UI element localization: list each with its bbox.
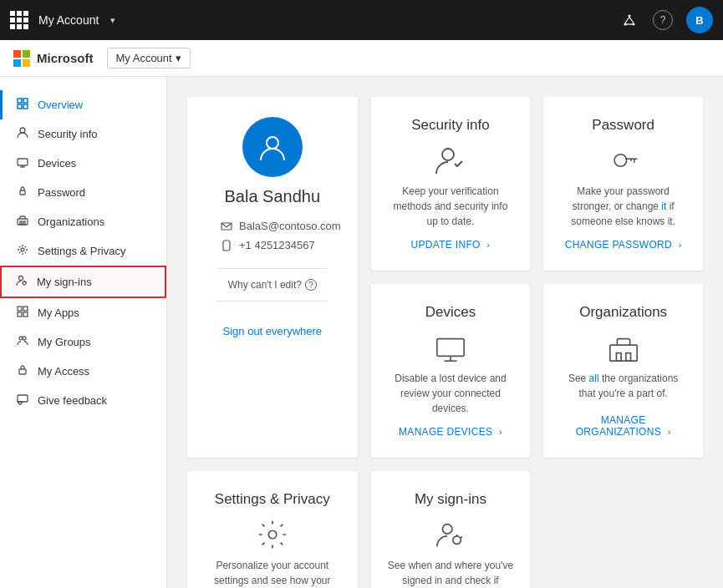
- svg-point-44: [268, 530, 277, 539]
- password-card: Password Make your password stronger, or…: [543, 97, 703, 271]
- waffle-icon[interactable]: [10, 11, 28, 29]
- svg-rect-31: [223, 241, 230, 251]
- svg-line-3: [625, 18, 629, 23]
- svg-point-34: [614, 155, 627, 167]
- give-feedback-icon: [16, 393, 29, 408]
- svg-point-20: [23, 281, 26, 285]
- organizations-card-title: Organizations: [579, 304, 667, 321]
- my-access-icon: [16, 364, 29, 378]
- sidebar-item-my-apps[interactable]: My Apps: [0, 298, 166, 327]
- sidebar-item-organizations[interactable]: Organizations: [0, 207, 166, 236]
- settings-privacy-title: Settings & Privacy: [215, 491, 330, 508]
- svg-rect-8: [18, 104, 22, 109]
- sidebar-item-my-sign-ins[interactable]: My sign-ins: [0, 266, 166, 298]
- topbar-title: My Account: [38, 13, 99, 27]
- sidebar-item-give-feedback[interactable]: Give feedback: [0, 386, 166, 415]
- profile-phone-row: +1 4251234567: [204, 239, 341, 251]
- sidebar-item-my-access[interactable]: My Access: [0, 357, 166, 386]
- devices-card: Devices Disable a lost device and review…: [371, 284, 531, 458]
- svg-point-29: [267, 137, 278, 149]
- sidebar-item-password[interactable]: Password: [0, 178, 166, 207]
- svg-rect-15: [18, 219, 28, 225]
- profile-name: Bala Sandhu: [225, 187, 321, 206]
- svg-rect-43: [625, 353, 630, 362]
- svg-rect-42: [616, 353, 621, 362]
- svg-point-26: [23, 337, 26, 340]
- devices-card-link[interactable]: MANAGE DEVICES ›: [399, 426, 502, 438]
- ms-brand-label: Microsoft: [37, 51, 94, 65]
- sidebar-item-my-groups[interactable]: My Groups: [0, 327, 166, 357]
- user-avatar[interactable]: B: [686, 7, 713, 33]
- ms-squares-icon: [13, 50, 30, 67]
- svg-rect-17: [23, 221, 25, 225]
- help-circle-icon: ?: [305, 279, 317, 291]
- sidebar-item-my-access-label: My Access: [38, 365, 89, 378]
- password-it-link[interactable]: it: [661, 200, 666, 212]
- profile-divider2: [217, 301, 327, 302]
- topbar-right: ? B: [619, 7, 713, 33]
- profile-divider: [217, 268, 327, 269]
- account-menu-button[interactable]: My Account ▾: [107, 48, 191, 68]
- settings-icon: [16, 244, 29, 258]
- main-content: Bala Sandhu BalaS@contoso.com +1 4251234…: [167, 77, 723, 588]
- sidebar-item-security-label: Security info: [38, 128, 98, 140]
- organizations-card-link[interactable]: MANAGE ORGANIZATIONS ›: [560, 414, 686, 438]
- svg-point-0: [629, 15, 631, 18]
- settings-privacy-desc: Personalize your account settings and se…: [204, 558, 341, 588]
- svg-point-46: [453, 536, 461, 545]
- profile-card: Bala Sandhu BalaS@contoso.com +1 4251234…: [187, 97, 358, 458]
- svg-rect-14: [20, 190, 25, 195]
- profile-avatar: [242, 117, 303, 177]
- arrow-icon: ›: [486, 240, 490, 250]
- svg-rect-27: [19, 369, 26, 374]
- help-icon[interactable]: ?: [653, 10, 673, 30]
- security-info-link[interactable]: UPDATE INFO ›: [411, 239, 491, 251]
- arrow-icon: ›: [679, 240, 682, 250]
- my-sign-ins-card: My sign-ins See when and where you've si…: [371, 471, 531, 588]
- security-info-card: Security info Keep your verification met…: [371, 97, 531, 271]
- svg-rect-9: [23, 104, 28, 109]
- sidebar-item-devices[interactable]: Devices: [0, 149, 166, 178]
- profile-phone: +1 4251234567: [239, 239, 315, 251]
- devices-icon: [16, 156, 29, 170]
- phone-icon: [221, 240, 232, 251]
- why-cant-edit[interactable]: Why can't I edit? ?: [228, 279, 317, 291]
- svg-point-10: [20, 128, 25, 133]
- topbar-chevron-icon[interactable]: ▾: [110, 15, 115, 26]
- svg-rect-11: [18, 159, 28, 165]
- sign-out-link[interactable]: Sign out everywhere: [223, 325, 323, 337]
- my-sign-ins-icon: [15, 275, 28, 289]
- settings-privacy-card: Settings & Privacy Personalize your acco…: [187, 471, 358, 588]
- sidebar-item-my-sign-ins-label: My sign-ins: [37, 276, 92, 288]
- topbar-left: My Account ▾: [10, 11, 115, 29]
- password-card-title: Password: [592, 117, 654, 134]
- orgs-all-link[interactable]: all: [589, 373, 599, 384]
- sidebar-item-security-info[interactable]: Security info: [0, 119, 166, 149]
- svg-rect-7: [23, 99, 28, 103]
- svg-point-18: [21, 248, 24, 251]
- sidebar-item-settings-privacy[interactable]: Settings & Privacy: [0, 236, 166, 266]
- profile-email: BalaS@contoso.com: [239, 220, 341, 232]
- sidebar-item-password-label: Password: [38, 186, 85, 199]
- svg-rect-16: [20, 221, 22, 225]
- password-card-link[interactable]: CHANGE PASSWORD ›: [565, 239, 682, 251]
- sidebar: Overview Security info Devices Password …: [0, 77, 167, 588]
- sidebar-item-overview[interactable]: Overview: [0, 90, 166, 119]
- sidebar-item-my-groups-label: My Groups: [38, 336, 91, 348]
- overview-icon: [16, 98, 29, 112]
- svg-rect-41: [609, 345, 636, 361]
- microsoft-logo: Microsoft: [13, 50, 94, 67]
- sidebar-item-settings-label: Settings & Privacy: [38, 245, 126, 257]
- sidebar-item-give-feedback-label: Give feedback: [38, 394, 107, 407]
- svg-point-19: [19, 276, 23, 281]
- password-card-icon: [607, 144, 640, 177]
- security-info-card-icon: [434, 144, 467, 177]
- svg-rect-24: [23, 312, 28, 317]
- sidebar-item-my-apps-label: My Apps: [38, 307, 79, 319]
- devices-card-title: Devices: [425, 304, 476, 321]
- my-apps-icon: [16, 306, 29, 320]
- network-icon[interactable]: [619, 10, 639, 30]
- arrow-icon: ›: [668, 427, 671, 437]
- sidebar-item-overview-label: Overview: [38, 99, 83, 111]
- my-sign-ins-card-icon: [434, 518, 467, 551]
